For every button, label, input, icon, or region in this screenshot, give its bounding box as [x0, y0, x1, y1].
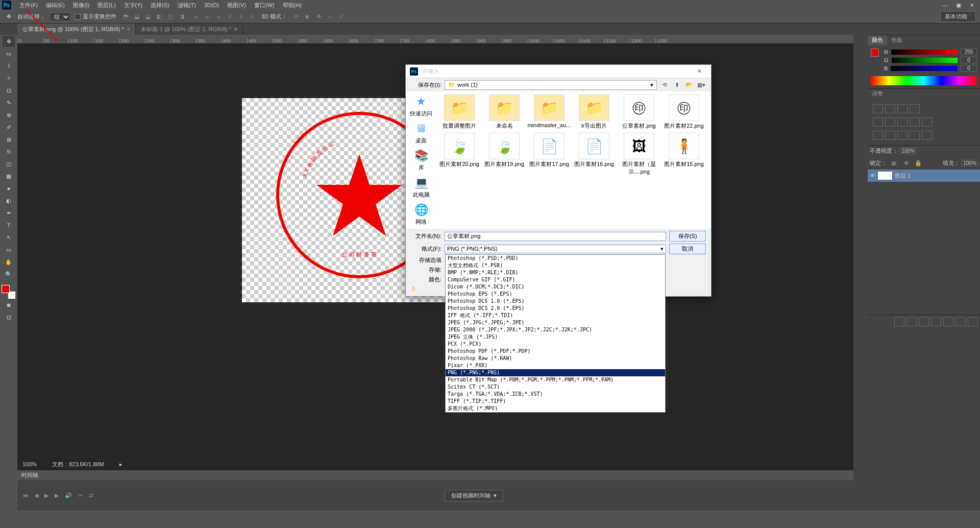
3d-scale-icon[interactable]: ⤢ [336, 12, 346, 22]
format-option[interactable]: Portable Bit Map (*.PBM;*.PGM;*.PPM;*.PN… [446, 376, 665, 383]
path-dropdown[interactable]: 📁 work (1) ▾ [445, 80, 657, 90]
up-icon[interactable]: ⬆ [672, 80, 681, 89]
menu-filter[interactable]: 滤镜(T) [174, 1, 200, 10]
menu-layer[interactable]: 图层(L) [93, 1, 119, 10]
history-brush-tool[interactable]: ↻ [3, 146, 15, 157]
align-top-icon[interactable]: ⬒ [120, 12, 131, 22]
adjustments-tab[interactable]: 调整 [868, 89, 887, 99]
menu-help[interactable]: 帮助(H) [279, 1, 306, 10]
adj-threshold-icon[interactable] [897, 131, 908, 140]
format-option[interactable]: JPEG 立体 (*.JPS) [446, 333, 665, 341]
opacity-value[interactable]: 100% [900, 148, 916, 154]
stamp-tool[interactable]: ⊞ [3, 134, 15, 145]
spectrum-picker[interactable] [871, 76, 977, 85]
gradient-tool[interactable]: ▦ [3, 171, 15, 182]
auto-select-dropdown[interactable]: 组 [50, 12, 70, 21]
color-tab[interactable]: 颜色 [868, 35, 887, 45]
3d-pan-icon[interactable]: ✥ [313, 12, 324, 22]
tl-audio-icon[interactable]: 🔊 [65, 492, 72, 499]
adj-layer-icon[interactable] [931, 317, 941, 326]
file-list[interactable]: 📁批量调整图片📁未命名📁mindmaster_au...📁lr导出图片㊞公章素材… [436, 91, 711, 204]
align-bottom-icon[interactable]: ⬓ [143, 12, 153, 22]
menu-type[interactable]: 文字(Y) [120, 1, 147, 10]
format-option[interactable]: Photoshop DCS 1.0 (*.EPS) [446, 298, 665, 305]
doc-tab-inactive[interactable]: 未标题-1 @ 100% (图层 1, RGB/8) * × [136, 23, 243, 35]
adj-photo-icon[interactable] [922, 117, 932, 127]
r-slider[interactable] [891, 50, 958, 55]
move-tool[interactable]: ✥ [3, 36, 15, 47]
dist-hcenter-icon[interactable]: ⫴ [236, 12, 246, 22]
quick-mask-tool[interactable]: ◙ [3, 299, 15, 310]
format-option[interactable]: Photoshop (*.PSD;*.PDD) [446, 255, 665, 262]
place-quick-access[interactable]: ★快速访问 [410, 94, 432, 117]
format-option[interactable]: JPEG 2000 (*.JPF;*.JPX;*.JP2;*.J2C;*.J2K… [446, 326, 665, 333]
format-option[interactable]: TIFF (*.TIF;*.TIFF) [446, 398, 665, 405]
dialog-close-icon[interactable]: ✕ [692, 68, 707, 75]
format-option[interactable]: BMP (*.BMP;*.RLE;*.DIB) [446, 269, 665, 276]
dist-left-icon[interactable]: ⫴ [225, 12, 235, 22]
b-slider[interactable] [891, 66, 958, 71]
panel-fg-swatch[interactable] [871, 49, 879, 57]
tl-play-icon[interactable]: ▶ [44, 492, 48, 499]
file-item[interactable]: 📄图片素材16.png [574, 133, 614, 176]
3d-roll-icon[interactable]: ◉ [302, 12, 312, 22]
align-left-icon[interactable]: ◧ [154, 12, 164, 22]
link-layers-icon[interactable] [894, 317, 904, 326]
eye-icon[interactable]: 👁 [870, 173, 875, 179]
screen-mode-tool[interactable]: ⊡ [3, 311, 15, 323]
dist-right-icon[interactable]: ⫴ [247, 12, 257, 22]
3d-slide-icon[interactable]: ↔ [325, 12, 335, 22]
format-option[interactable]: 多图片格式 (*.MPO) [446, 405, 665, 412]
move-tool-icon[interactable]: ✥ [4, 12, 13, 21]
format-option[interactable]: Photoshop EPS (*.EPS) [446, 291, 665, 298]
menu-3d[interactable]: 3D(D) [200, 1, 223, 9]
dist-bottom-icon[interactable]: ≡ [213, 12, 224, 22]
cancel-button[interactable]: 取消 [669, 244, 706, 254]
file-item[interactable]: 🖼图片素材（显示....png [619, 133, 659, 176]
adj-vibrance-icon[interactable] [873, 117, 883, 127]
lock-pixels-icon[interactable]: ▦ [889, 158, 899, 168]
minimize-icon[interactable]: — [939, 1, 951, 9]
tl-first-icon[interactable]: ⏮ [22, 492, 28, 498]
adj-poster-icon[interactable] [885, 131, 895, 140]
format-option[interactable]: Targa (*.TGA;*.VDA;*.ICB;*.VST) [446, 391, 665, 398]
place-this-pc[interactable]: 💻此电脑 [413, 176, 430, 199]
menu-window[interactable]: 窗口(W) [250, 1, 279, 10]
doc-tab-active[interactable]: 公章素材.png @ 100% (图层 1, RGB/8) * × [17, 23, 136, 35]
format-option[interactable]: JPEG (*.JPG;*.JPEG;*.JPE) [446, 319, 665, 326]
hand-tool[interactable]: ✋ [3, 256, 15, 268]
menu-view[interactable]: 视图(V) [223, 1, 250, 10]
path-tool[interactable]: ↖ [3, 232, 15, 243]
brush-tool[interactable]: ✐ [3, 122, 15, 133]
new-folder-icon[interactable]: 📂 [684, 80, 694, 89]
marquee-tool[interactable]: ▭ [3, 48, 15, 59]
dist-vcenter-icon[interactable]: ≡ [202, 12, 212, 22]
format-option[interactable]: PNG (*.PNG;*.PNS) [446, 369, 665, 376]
save-button[interactable]: 保存(S) [669, 231, 706, 242]
create-timeline-button[interactable]: 创建视频时间轴 ▾ [445, 490, 503, 501]
layer-row[interactable]: 👁 图层 1 [868, 170, 980, 182]
format-option[interactable]: Scitex CT (*.SCT) [446, 383, 665, 391]
file-item[interactable]: 📁mindmaster_au... [529, 94, 569, 130]
tl-prev-icon[interactable]: ◀ [34, 492, 38, 499]
format-option[interactable]: Photoshop Raw (*.RAW) [446, 355, 665, 362]
align-hcenter-icon[interactable]: ◫ [165, 12, 176, 22]
status-arrow-icon[interactable]: ▸ [119, 461, 122, 468]
magic-wand-tool[interactable]: ✧ [3, 73, 15, 84]
lock-position-icon[interactable]: ✥ [901, 158, 911, 168]
file-item[interactable]: 📁lr导出图片 [574, 94, 614, 130]
tl-cut-icon[interactable]: ✂ [78, 492, 83, 499]
shape-tool[interactable]: ▭ [3, 244, 15, 255]
dropdown-arrow-icon[interactable]: ▾ [494, 492, 497, 499]
lock-all-icon[interactable]: 🔒 [913, 158, 923, 168]
b-value[interactable]: 0 [961, 65, 977, 71]
place-libraries[interactable]: 📚库 [414, 149, 428, 172]
timeline-tab[interactable]: 时间轴 [17, 470, 853, 480]
new-layer-icon[interactable] [955, 317, 966, 326]
dodge-tool[interactable]: ◐ [3, 195, 15, 206]
adj-curves-icon[interactable] [897, 104, 908, 113]
swatches-tab[interactable]: 色板 [887, 35, 906, 45]
lasso-tool[interactable]: ⌇ [3, 60, 15, 71]
filename-input[interactable] [445, 232, 666, 241]
adj-invert-icon[interactable] [873, 131, 883, 140]
